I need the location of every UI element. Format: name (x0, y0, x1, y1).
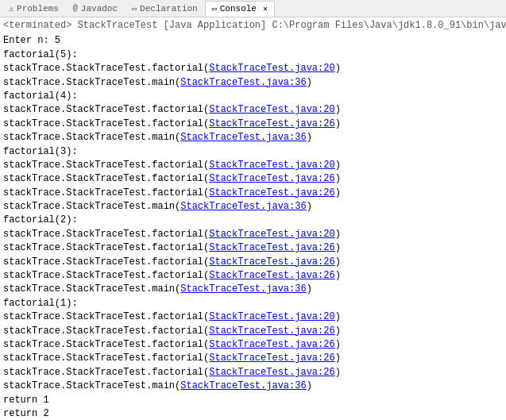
console-line: stackTrace.StackTraceTest.factorial(Stac… (3, 325, 503, 338)
stack-trace-link[interactable]: StackTraceTest.java:26 (209, 118, 334, 129)
console-line: stackTrace.StackTraceTest.main(StackTrac… (3, 76, 503, 90)
console-line: stackTrace.StackTraceTest.main(StackTrac… (3, 283, 503, 296)
console-output: Enter n: 5factorial(5):stackTrace.StackT… (3, 34, 503, 419)
stack-trace-link[interactable]: StackTraceTest.java:26 (209, 187, 334, 198)
console-line: stackTrace.StackTraceTest.factorial(Stac… (3, 310, 503, 324)
console-line: factorial(4): (3, 90, 503, 103)
tab-javadoc-label: Javadoc (81, 4, 118, 13)
console-line: stackTrace.StackTraceTest.factorial(Stac… (3, 228, 503, 241)
console-line: stackTrace.StackTraceTest.factorial(Stac… (3, 241, 503, 255)
console-icon: ▭ (212, 4, 217, 13)
console-line: stackTrace.StackTraceTest.factorial(Stac… (3, 172, 503, 186)
stack-trace-link[interactable]: StackTraceTest.java:26 (209, 353, 334, 364)
stack-trace-link[interactable]: StackTraceTest.java:36 (180, 201, 306, 212)
console-line: stackTrace.StackTraceTest.factorial(Stac… (3, 118, 503, 131)
tab-bar: ⚠ Problems @ Javadoc ▭ Declaration ▭ Con… (0, 0, 506, 17)
console-line: return 2 (3, 407, 503, 419)
stack-trace-link[interactable]: StackTraceTest.java:36 (180, 283, 306, 295)
stack-trace-link[interactable]: StackTraceTest.java:26 (209, 339, 334, 350)
stack-trace-link[interactable]: StackTraceTest.java:26 (209, 367, 334, 378)
console-line: stackTrace.StackTraceTest.factorial(Stac… (3, 269, 503, 283)
stack-trace-link[interactable]: StackTraceTest.java:36 (180, 380, 306, 391)
stack-trace-link[interactable]: StackTraceTest.java:26 (209, 326, 334, 337)
tab-problems[interactable]: ⚠ Problems (2, 1, 66, 17)
console-line: stackTrace.StackTraceTest.main(StackTrac… (3, 380, 503, 393)
console-line: stackTrace.StackTraceTest.factorial(Stac… (3, 187, 503, 200)
console-area: <terminated> StackTraceTest [Java Applic… (0, 17, 506, 419)
stack-trace-link[interactable]: StackTraceTest.java:36 (180, 132, 306, 143)
stack-trace-link[interactable]: StackTraceTest.java:26 (209, 173, 334, 184)
problems-icon: ⚠ (9, 4, 14, 13)
stack-trace-link[interactable]: StackTraceTest.java:20 (209, 229, 334, 240)
console-line: stackTrace.StackTraceTest.factorial(Stac… (3, 366, 503, 380)
tab-declaration-label: Declaration (140, 4, 198, 13)
close-icon[interactable]: ✕ (263, 4, 268, 13)
console-line: return 1 (3, 394, 503, 407)
console-line: stackTrace.StackTraceTest.factorial(Stac… (3, 159, 503, 172)
stack-trace-link[interactable]: StackTraceTest.java:26 (209, 256, 334, 268)
tab-problems-label: Problems (17, 4, 59, 13)
stack-trace-link[interactable]: StackTraceTest.java:36 (180, 77, 306, 88)
console-line: factorial(3): (3, 145, 503, 159)
console-line: factorial(5): (3, 48, 503, 62)
javadoc-icon: @ (73, 4, 78, 13)
declaration-icon: ▭ (132, 4, 137, 13)
stack-trace-link[interactable]: StackTraceTest.java:26 (209, 270, 334, 281)
tab-declaration[interactable]: ▭ Declaration (125, 1, 205, 17)
console-line: factorial(2): (3, 214, 503, 227)
console-line: stackTrace.StackTraceTest.main(StackTrac… (3, 200, 503, 214)
console-line: stackTrace.StackTraceTest.factorial(Stac… (3, 62, 503, 75)
console-line: stackTrace.StackTraceTest.factorial(Stac… (3, 352, 503, 365)
stack-trace-link[interactable]: StackTraceTest.java:20 (209, 160, 334, 171)
stack-trace-link[interactable]: StackTraceTest.java:20 (209, 63, 334, 74)
tab-javadoc[interactable]: @ Javadoc (66, 1, 125, 17)
console-line: stackTrace.StackTraceTest.main(StackTrac… (3, 131, 503, 144)
stack-trace-link[interactable]: StackTraceTest.java:26 (209, 242, 334, 253)
console-line: Enter n: 5 (3, 34, 503, 48)
tab-console[interactable]: ▭ Console ✕ (205, 1, 275, 17)
console-line: stackTrace.StackTraceTest.factorial(Stac… (3, 256, 503, 269)
console-line: stackTrace.StackTraceTest.factorial(Stac… (3, 103, 503, 117)
console-line: stackTrace.StackTraceTest.factorial(Stac… (3, 338, 503, 352)
tab-console-label: Console (220, 4, 257, 13)
stack-trace-link[interactable]: StackTraceTest.java:20 (209, 104, 334, 115)
terminated-line: <terminated> StackTraceTest [Java Applic… (3, 19, 503, 33)
console-line: factorial(1): (3, 297, 503, 310)
stack-trace-link[interactable]: StackTraceTest.java:20 (209, 311, 334, 322)
